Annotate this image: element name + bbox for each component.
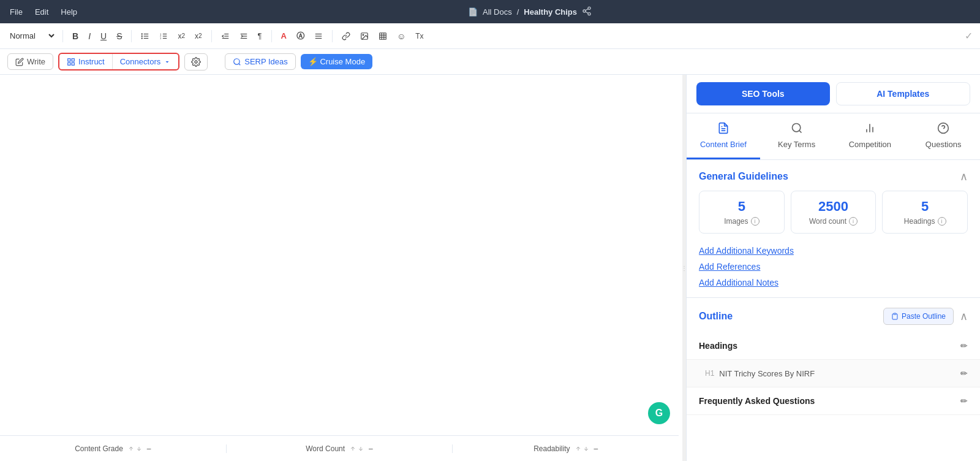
- svg-rect-35: [72, 63, 74, 65]
- svg-rect-28: [380, 32, 386, 39]
- style-select[interactable]: Normal Heading 1 Heading 2: [7, 31, 56, 41]
- instruct-button[interactable]: Instruct: [59, 54, 112, 69]
- outline-item-headings: Headings ✏: [687, 332, 980, 360]
- svg-point-10: [142, 37, 143, 38]
- align-button[interactable]: [311, 29, 326, 43]
- tab-competition[interactable]: Competition: [834, 113, 907, 159]
- tab-content-brief[interactable]: Content Brief: [687, 113, 760, 159]
- editor-area[interactable]: G Content Grade – Word Count –: [0, 75, 682, 461]
- key-terms-icon: [791, 122, 803, 137]
- add-notes-link[interactable]: Add Additional Notes: [699, 278, 968, 288]
- readability-arrows[interactable]: [575, 446, 589, 452]
- menu-file[interactable]: File: [10, 7, 23, 17]
- indent-button[interactable]: [236, 29, 251, 43]
- paragraph-button[interactable]: ¶: [255, 29, 265, 43]
- svg-point-38: [234, 58, 239, 64]
- svg-point-48: [792, 124, 800, 132]
- svg-rect-33: [68, 58, 70, 61]
- connectors-button[interactable]: Connectors: [112, 54, 178, 69]
- svg-line-39: [239, 63, 241, 65]
- outline-title: Outline: [699, 311, 733, 322]
- menu-bar-center: 📄 All Docs / Healthy Chips: [89, 6, 970, 18]
- numbered-list-button[interactable]: 123: [156, 29, 171, 43]
- outline-header: Outline Paste Outline ∧: [687, 297, 980, 332]
- toolbar-divider-4: [271, 30, 272, 42]
- outdent-button[interactable]: [218, 29, 233, 43]
- highlight-button[interactable]: Ⓐ: [293, 28, 307, 44]
- add-keywords-link[interactable]: Add Additional Keywords: [699, 246, 968, 256]
- font-color-button[interactable]: A: [278, 29, 290, 43]
- write-label: Write: [27, 57, 45, 66]
- word-count-dash: –: [369, 444, 373, 453]
- add-references-link[interactable]: Add References: [699, 262, 968, 272]
- toolbar-divider-5: [332, 30, 333, 42]
- breadcrumb-all[interactable]: All Docs: [483, 7, 512, 17]
- breadcrumb-current: Healthy Chips: [524, 7, 577, 17]
- outline-h1-edit-icon[interactable]: ✏: [960, 368, 968, 378]
- bullet-list-button[interactable]: [138, 29, 153, 43]
- svg-text:3: 3: [160, 37, 162, 39]
- outline-h1-content: H1 NIT Trichy Scores By NIRF: [705, 369, 815, 378]
- word-count-arrows[interactable]: [350, 446, 364, 452]
- content-grade-status: Content Grade –: [0, 444, 227, 453]
- settings-button[interactable]: [184, 53, 208, 70]
- outline-item-h1: H1 NIT Trichy Scores By NIRF ✏: [687, 360, 980, 387]
- svg-rect-34: [72, 58, 74, 61]
- stat-images-value: 5: [707, 199, 777, 215]
- svg-point-1: [583, 10, 586, 12]
- outline-headings-edit-icon[interactable]: ✏: [960, 341, 968, 351]
- readability-dash: –: [594, 444, 598, 453]
- clear-format-button[interactable]: Tx: [412, 29, 426, 43]
- tab-key-terms[interactable]: Key Terms: [760, 113, 834, 159]
- toolbar-divider-3: [211, 30, 212, 42]
- images-info-icon[interactable]: i: [751, 217, 760, 226]
- tab-questions[interactable]: Questions: [907, 113, 980, 159]
- serp-label: SERP Ideas: [244, 57, 288, 66]
- outline-faq-edit-icon[interactable]: ✏: [960, 396, 968, 406]
- general-guidelines-title: General Guidelines: [699, 171, 788, 182]
- menu-edit[interactable]: Edit: [35, 7, 48, 17]
- svg-line-3: [586, 12, 589, 13]
- content-grade-arrows[interactable]: [128, 446, 142, 452]
- write-button[interactable]: Write: [7, 53, 53, 70]
- doc-icon: 📄: [468, 7, 478, 17]
- word-count-info-icon[interactable]: i: [849, 217, 858, 226]
- grammarly-button[interactable]: G: [648, 402, 670, 424]
- image-button[interactable]: [357, 29, 372, 43]
- toolbar: Normal Heading 1 Heading 2 B I U S 123 x…: [0, 23, 980, 49]
- underline-button[interactable]: U: [97, 29, 110, 44]
- outline-h1-tag: H1: [705, 369, 714, 378]
- stat-word-count-value: 2500: [799, 199, 869, 215]
- editor-content[interactable]: [0, 75, 682, 461]
- ai-templates-button[interactable]: AI Templates: [836, 82, 971, 105]
- tab-questions-label: Questions: [925, 140, 962, 149]
- general-guidelines-toggle[interactable]: ∧: [960, 170, 968, 183]
- outline-actions: Paste Outline ∧: [883, 308, 968, 325]
- link-button[interactable]: [339, 29, 353, 43]
- instruct-connectors-group: Instruct Connectors: [58, 53, 179, 70]
- share-icon[interactable]: [582, 6, 592, 18]
- menu-bar: File Edit Help 📄 All Docs / Healthy Chip…: [0, 0, 980, 23]
- check-icon: ✓: [965, 30, 973, 42]
- menu-help[interactable]: Help: [61, 7, 77, 17]
- content-grade-dash: –: [147, 444, 151, 453]
- paste-outline-button[interactable]: Paste Outline: [883, 308, 954, 325]
- outline-headings-label: Headings: [699, 341, 737, 351]
- seo-tools-button[interactable]: SEO Tools: [696, 82, 830, 105]
- svg-point-2: [588, 12, 590, 15]
- emoji-button[interactable]: ☺: [394, 29, 409, 44]
- stats-row: 5 Images i 2500 Word count i 5: [687, 191, 980, 243]
- italic-button[interactable]: I: [85, 29, 94, 44]
- word-count-status: Word Count –: [227, 444, 453, 453]
- bold-button[interactable]: B: [69, 29, 81, 44]
- svg-point-27: [363, 34, 364, 36]
- paste-outline-label: Paste Outline: [902, 312, 946, 321]
- outline-toggle[interactable]: ∧: [960, 310, 968, 323]
- subscript-button[interactable]: x2: [175, 29, 188, 43]
- strikethrough-button[interactable]: S: [113, 29, 125, 44]
- serp-ideas-button[interactable]: SERP Ideas: [225, 53, 296, 70]
- headings-info-icon[interactable]: i: [938, 217, 946, 226]
- superscript-button[interactable]: x2: [192, 29, 205, 43]
- cruise-mode-button[interactable]: ⚡ Cruise Mode: [301, 54, 372, 69]
- table-button[interactable]: [375, 29, 390, 43]
